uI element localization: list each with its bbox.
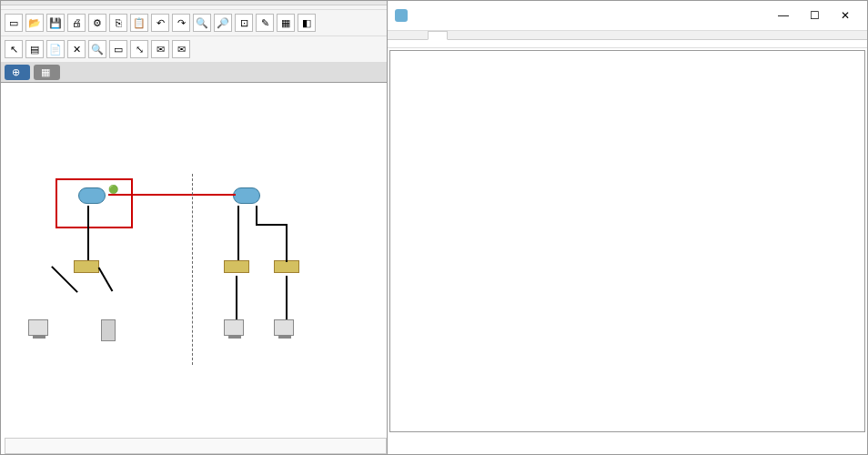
packet-tracer-window: ▭ 📂 💾 🖨 ⚙ ⎘ 📋 ↶ ↷ 🔍 🔎 ⊡ ✎ ▦ ◧ ↖ ▤ 📄 ✕ 🔍 … bbox=[0, 0, 391, 455]
physical-tab[interactable]: ▦ bbox=[34, 65, 60, 80]
pc1[interactable] bbox=[224, 319, 244, 336]
open-icon[interactable]: 📂 bbox=[25, 14, 44, 32]
topology-canvas[interactable]: 🟢 bbox=[1, 83, 390, 401]
resize-icon[interactable]: ⤡ bbox=[130, 40, 148, 58]
zoom-reset-icon[interactable]: ⊡ bbox=[235, 14, 253, 32]
zoom-out-icon[interactable]: 🔎 bbox=[214, 14, 232, 32]
palette-icon[interactable]: ▦ bbox=[277, 14, 295, 32]
inspect-icon[interactable]: 🔍 bbox=[88, 40, 106, 58]
description-panel bbox=[5, 438, 387, 454]
complex-pdu-icon[interactable]: ✉ bbox=[172, 40, 190, 58]
tab-config[interactable] bbox=[409, 31, 428, 39]
router-icon bbox=[395, 9, 408, 22]
r1-sw2-link3 bbox=[286, 224, 288, 262]
delete-icon[interactable]: ✕ bbox=[67, 40, 86, 58]
tab-attributes[interactable] bbox=[448, 31, 466, 39]
undo-icon[interactable]: ↶ bbox=[151, 14, 169, 32]
cli-header bbox=[388, 40, 867, 48]
select-icon[interactable]: ↖ bbox=[5, 40, 23, 58]
router1[interactable] bbox=[233, 187, 260, 204]
router0[interactable] bbox=[78, 187, 106, 204]
toolbar-1: ▭ 📂 💾 🖨 ⚙ ⎘ 📋 ↶ ↷ 🔍 🔎 ⊡ ✎ ▦ ◧ bbox=[1, 10, 390, 36]
sw2-pc2 bbox=[286, 276, 288, 319]
paste-icon[interactable]: 📋 bbox=[130, 14, 148, 32]
switch0[interactable] bbox=[74, 260, 99, 273]
r0-se00: 🟢 bbox=[108, 185, 118, 194]
pc0[interactable] bbox=[28, 319, 48, 336]
minimize-button[interactable]: — bbox=[769, 6, 798, 25]
layout-icon[interactable]: ▤ bbox=[25, 40, 44, 58]
logical-tab[interactable]: ⊕ bbox=[5, 65, 30, 80]
zoom-in-icon[interactable]: 🔍 bbox=[193, 14, 211, 32]
switch2[interactable] bbox=[274, 260, 299, 273]
save-icon[interactable]: 💾 bbox=[46, 14, 65, 32]
wizard-icon[interactable]: ⚙ bbox=[88, 14, 106, 32]
cli-tabs bbox=[388, 31, 867, 40]
pdu-icon[interactable]: ✉ bbox=[151, 40, 169, 58]
maximize-button[interactable]: ☐ bbox=[800, 6, 829, 25]
pc2[interactable] bbox=[274, 319, 294, 336]
custom-icon[interactable]: ◧ bbox=[298, 14, 316, 32]
router0-window: — ☐ ✕ bbox=[387, 0, 868, 455]
r1-sw2-link2 bbox=[256, 224, 288, 226]
r0-sw0-link bbox=[87, 206, 89, 260]
tab-cli[interactable] bbox=[428, 31, 448, 40]
toolbar-2: ↖ ▤ 📄 ✕ 🔍 ▭ ⤡ ✉ ✉ bbox=[1, 36, 390, 63]
view-tabs: ⊕ ▦ bbox=[1, 63, 390, 83]
wan-link bbox=[108, 194, 236, 196]
divider bbox=[192, 174, 193, 365]
shape-icon[interactable]: ▭ bbox=[109, 40, 127, 58]
sw1-pc1 bbox=[236, 276, 237, 319]
tab-physical[interactable] bbox=[391, 31, 409, 39]
print-icon[interactable]: 🖨 bbox=[67, 14, 86, 32]
note-icon[interactable]: 📄 bbox=[46, 40, 65, 58]
r1-sw2-link bbox=[256, 206, 257, 224]
close-button[interactable]: ✕ bbox=[831, 6, 860, 25]
switch1[interactable] bbox=[224, 260, 249, 273]
cli-terminal[interactable] bbox=[389, 50, 865, 432]
draw-icon[interactable]: ✎ bbox=[256, 14, 274, 32]
new-icon[interactable]: ▭ bbox=[5, 14, 23, 32]
copy-icon[interactable]: ⎘ bbox=[109, 14, 127, 32]
r1-sw1-link bbox=[237, 206, 239, 260]
server0[interactable] bbox=[101, 319, 116, 341]
cli-title-bar[interactable]: — ☐ ✕ bbox=[388, 1, 867, 31]
redo-icon[interactable]: ↷ bbox=[172, 14, 190, 32]
sw0-srv bbox=[98, 268, 114, 292]
